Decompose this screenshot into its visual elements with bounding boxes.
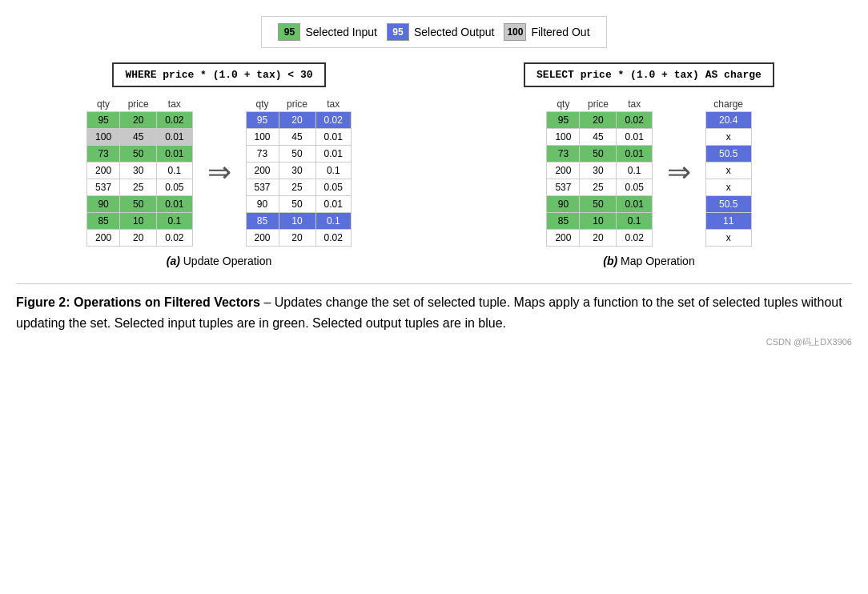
table-cell: 0.1 bbox=[157, 163, 192, 179]
figure-dash: – bbox=[263, 295, 274, 309]
table-cell: 200 bbox=[246, 163, 279, 179]
legend-item: 95Selected Output bbox=[387, 23, 494, 41]
table-row: x bbox=[705, 129, 751, 146]
legend-item: 95Selected Input bbox=[278, 23, 377, 41]
input-table-map: qtypricetax 95200.02100450.0173500.01200… bbox=[546, 97, 652, 247]
arrow-map: ⇒ bbox=[667, 155, 691, 189]
table-cell: 20.4 bbox=[705, 112, 751, 129]
table-row: x bbox=[705, 179, 751, 196]
table-cell: 50 bbox=[120, 196, 157, 213]
table-cell: 0.1 bbox=[315, 213, 351, 230]
legend: 95Selected Input95Selected Output100Filt… bbox=[261, 16, 606, 48]
table-cell: 73 bbox=[246, 146, 279, 163]
table-cell: 25 bbox=[120, 179, 157, 196]
table-cell: 0.02 bbox=[617, 230, 652, 247]
col-header: charge bbox=[705, 97, 751, 112]
table-cell: 85 bbox=[547, 213, 580, 230]
table-row: 200200.02 bbox=[87, 230, 192, 247]
col-header: tax bbox=[617, 97, 652, 112]
table-cell: 0.1 bbox=[617, 213, 652, 230]
table-cell: 0.05 bbox=[157, 179, 192, 196]
legend-label: Selected Output bbox=[414, 26, 494, 38]
table-cell: 200 bbox=[87, 163, 120, 179]
table-cell: 90 bbox=[246, 196, 279, 213]
table-cell: 0.02 bbox=[617, 112, 652, 129]
table-cell: 95 bbox=[246, 112, 279, 129]
table-row: 100450.01 bbox=[87, 129, 192, 146]
table-row: 537250.05 bbox=[246, 179, 351, 196]
table-cell: x bbox=[705, 129, 751, 146]
legend-label: Selected Input bbox=[305, 26, 377, 38]
table-row: 90500.01 bbox=[547, 196, 652, 213]
table-cell: 90 bbox=[87, 196, 120, 213]
table-cell: 95 bbox=[87, 112, 120, 129]
caption-text: Map Operation bbox=[621, 255, 695, 267]
table-cell: 0.02 bbox=[157, 112, 192, 129]
legend-color-box: 95 bbox=[278, 23, 300, 41]
sql-header-update: WHERE price * (1.0 + tax) < 30 bbox=[112, 62, 325, 87]
table-cell: 30 bbox=[580, 163, 617, 179]
table-cell: 0.01 bbox=[617, 196, 652, 213]
table-row: 73500.01 bbox=[246, 146, 351, 163]
table-row: 11 bbox=[705, 213, 751, 230]
table-row: 537250.05 bbox=[547, 179, 652, 196]
table-row: 73500.01 bbox=[87, 146, 192, 163]
table-cell: 30 bbox=[120, 163, 157, 179]
table-cell: 20 bbox=[279, 230, 315, 247]
figure-title: Operations on Filtered Vectors bbox=[74, 295, 263, 309]
table-cell: 20 bbox=[580, 112, 617, 129]
table-cell: 0.05 bbox=[315, 179, 351, 196]
output-table-map: charge 20.4x50.5xx50.511x bbox=[705, 97, 752, 247]
table-cell: 95 bbox=[547, 112, 580, 129]
table-cell: 537 bbox=[246, 179, 279, 196]
caption-update: (a) Update Operation bbox=[167, 255, 272, 267]
table-cell: 50 bbox=[279, 146, 315, 163]
table-row: x bbox=[705, 230, 751, 247]
caption-letter: (b) bbox=[603, 255, 621, 267]
table-cell: 30 bbox=[279, 163, 315, 179]
table-cell: 85 bbox=[87, 213, 120, 230]
table-row: 50.5 bbox=[705, 196, 751, 213]
table-cell: 50.5 bbox=[705, 146, 751, 163]
output-table-update: qtypricetax 95200.02100450.0173500.01200… bbox=[246, 97, 352, 247]
col-header: price bbox=[120, 97, 157, 112]
table-cell: 25 bbox=[580, 179, 617, 196]
table-cell: 0.01 bbox=[315, 196, 351, 213]
main-content: WHERE price * (1.0 + tax) < 30 qtypricet… bbox=[16, 62, 852, 267]
table-cell: 200 bbox=[547, 230, 580, 247]
col-header: tax bbox=[315, 97, 351, 112]
table-row: 200300.1 bbox=[547, 163, 652, 179]
table-cell: 0.01 bbox=[157, 129, 192, 146]
watermark: CSDN @码上DX3906 bbox=[16, 336, 852, 348]
table-row: 85100.1 bbox=[246, 213, 351, 230]
table-row: 95200.02 bbox=[87, 112, 192, 129]
table-cell: 25 bbox=[279, 179, 315, 196]
table-cell: 537 bbox=[547, 179, 580, 196]
table-row: 73500.01 bbox=[547, 146, 652, 163]
table-cell: 73 bbox=[547, 146, 580, 163]
table-cell: x bbox=[705, 230, 751, 247]
col-header: qty bbox=[87, 97, 120, 112]
figure-caption: Figure 2: Operations on Filtered Vectors… bbox=[16, 283, 852, 333]
table-cell: 0.01 bbox=[157, 146, 192, 163]
table-cell: 50 bbox=[580, 196, 617, 213]
legend-item: 100Filtered Out bbox=[504, 23, 589, 41]
table-row: 100450.01 bbox=[547, 129, 652, 146]
col-header: price bbox=[580, 97, 617, 112]
table-cell: 50 bbox=[279, 196, 315, 213]
table-row: 95200.02 bbox=[246, 112, 351, 129]
caption-map: (b) Map Operation bbox=[603, 255, 694, 267]
table-cell: 11 bbox=[705, 213, 751, 230]
table-cell: 0.01 bbox=[617, 146, 652, 163]
table-row: 85100.1 bbox=[547, 213, 652, 230]
table-cell: 0.02 bbox=[157, 230, 192, 247]
table-cell: 0.02 bbox=[315, 112, 351, 129]
legend-color-box: 100 bbox=[504, 23, 526, 41]
table-cell: 73 bbox=[87, 146, 120, 163]
legend-color-box: 95 bbox=[387, 23, 409, 41]
table-cell: 20 bbox=[279, 112, 315, 129]
table-cell: 200 bbox=[547, 163, 580, 179]
arrow-update: ⇒ bbox=[207, 155, 231, 189]
table-row: x bbox=[705, 163, 751, 179]
table-row: 50.5 bbox=[705, 146, 751, 163]
